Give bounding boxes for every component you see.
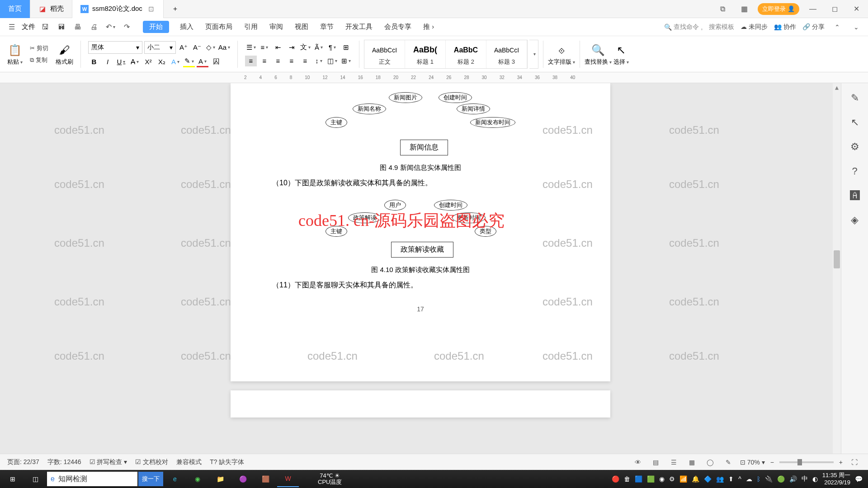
paragraph-marks-button[interactable]: ⊞	[340, 42, 352, 53]
tray-icon[interactable]: 🔷	[704, 475, 712, 483]
cut-button[interactable]: ✂ 剪切	[30, 43, 48, 54]
ime-icon[interactable]: 中	[802, 475, 808, 483]
maximize-button[interactable]: ◻	[826, 1, 843, 17]
style-heading3[interactable]: AaBbCcI标题 3	[486, 40, 527, 68]
app-ie[interactable]: e	[164, 471, 186, 487]
taskbar-clock[interactable]: 11:35 周一 2022/9/19	[822, 472, 850, 486]
menu-icon[interactable]: ☰	[5, 21, 18, 33]
style-gallery[interactable]: AaBbCcI正文 AaBb(标题 1 AaBbC标题 2 AaBbCcI标题 …	[364, 40, 528, 69]
login-button[interactable]: 立即登录👤	[758, 3, 799, 15]
distribute-button[interactable]: ≡	[299, 56, 311, 66]
menu-start[interactable]: 开始	[143, 21, 169, 33]
eye-icon[interactable]: 👁	[632, 456, 644, 469]
save-icon[interactable]: 🖫	[39, 21, 52, 33]
cursor-icon[interactable]: ↖	[851, 117, 859, 128]
format-brush-button[interactable]: 🖌格式刷	[56, 42, 73, 66]
doc-proof[interactable]: ☑ 文档校对	[135, 458, 168, 466]
tray-icon[interactable]: 🟢	[777, 475, 785, 483]
text-effect-button[interactable]: A	[170, 56, 181, 67]
asian-layout-button[interactable]: 文	[299, 42, 311, 53]
menu-member[interactable]: 会员专享	[383, 21, 412, 33]
menu-insert[interactable]: 插入	[179, 21, 194, 33]
menu-layout[interactable]: 页面布局	[204, 21, 233, 33]
wifi-icon[interactable]: 📶	[679, 475, 687, 483]
font-color-button[interactable]: A	[197, 56, 208, 67]
align-center-button[interactable]: ≡	[259, 56, 270, 66]
pen-icon[interactable]: ✎	[851, 92, 859, 104]
align-left-button[interactable]: ≡	[245, 56, 257, 66]
tray-icon[interactable]: ⬆	[728, 475, 734, 483]
style-heading2[interactable]: AaBbC标题 2	[446, 40, 486, 68]
layout-icon[interactable]: ⧉	[714, 1, 731, 17]
paste-button[interactable]: 📋粘贴	[7, 42, 23, 66]
select-button[interactable]: ↖选择	[613, 42, 629, 66]
bullets-button[interactable]: ☰	[245, 42, 257, 53]
grid-icon[interactable]: ▦	[736, 1, 752, 17]
taskbar-search[interactable]: e知网检测	[47, 472, 137, 486]
read-view-icon[interactable]: ▤	[650, 456, 662, 469]
zoom-slider[interactable]	[779, 461, 834, 463]
tray-icon[interactable]: 🟦	[635, 475, 642, 483]
scroll-thumb[interactable]	[834, 250, 840, 268]
zoom-level[interactable]: ⊡ 70% ▾	[740, 459, 765, 466]
superscript-button[interactable]: X²	[142, 56, 154, 67]
chevron-down-icon[interactable]: ⌄	[850, 21, 863, 33]
app-edge[interactable]: ◉	[187, 471, 208, 487]
tray-icon[interactable]: 🟩	[647, 475, 655, 483]
compat-mode[interactable]: 兼容模式	[176, 458, 202, 466]
tab-pin-icon[interactable]: ⊡	[148, 5, 155, 13]
minimize-button[interactable]: —	[805, 1, 821, 17]
tray-icon[interactable]: 🗑	[624, 475, 630, 483]
page-indicator[interactable]: 页面: 22/37	[7, 458, 39, 466]
cpu-temp[interactable]: 74℃ ☀CPU温度	[318, 473, 342, 486]
saveas-icon[interactable]: 🖬	[55, 21, 68, 33]
share-button[interactable]: 🔗 分享	[802, 23, 825, 31]
web-view-icon[interactable]: ▦	[686, 456, 698, 469]
zoom-out-button[interactable]: −	[770, 459, 774, 466]
menu-view[interactable]: 视图	[294, 21, 309, 33]
command-search[interactable]: 🔍 查找命令,	[664, 23, 703, 31]
onedrive-icon[interactable]: ☁	[746, 475, 752, 483]
style-normal[interactable]: AaBbCcI正文	[364, 40, 405, 68]
sort-button[interactable]: Ã	[313, 42, 325, 53]
translate-icon[interactable]: 🅰	[850, 190, 860, 202]
tray-icon[interactable]: ◉	[659, 475, 665, 483]
vertical-scrollbar[interactable]: ▴ ▾	[833, 83, 841, 466]
start-button[interactable]: ⊞	[2, 471, 24, 487]
undo-icon[interactable]: ↶	[104, 21, 117, 33]
app-unknown2[interactable]: 🟫	[255, 471, 276, 487]
align-right-button[interactable]: ≡	[272, 56, 284, 66]
menu-chapter[interactable]: 章节	[319, 21, 335, 33]
location-icon[interactable]: ◈	[851, 214, 859, 226]
settings-slider-icon[interactable]: ⚙	[850, 141, 859, 153]
style-more-button[interactable]	[529, 40, 538, 69]
spell-check[interactable]: ☑ 拼写检查 ▾	[90, 458, 127, 466]
find-replace-button[interactable]: 🔍查找替换	[585, 42, 612, 66]
file-menu[interactable]: 文件	[22, 23, 35, 31]
scroll-up-icon[interactable]: ▴	[833, 83, 841, 91]
numbering-button[interactable]: ≡	[259, 42, 270, 53]
tray-icon[interactable]: 👥	[716, 475, 724, 483]
bluetooth-icon[interactable]: ᛒ	[757, 475, 760, 483]
strike-button[interactable]: A̶	[129, 56, 141, 67]
font-name-select[interactable]: 黑体▾	[88, 41, 142, 54]
tab-document[interactable]: W ssm820论文.doc ⊡	[72, 0, 164, 18]
highlight-button[interactable]: ✎	[183, 56, 195, 67]
font-size-select[interactable]: 小二▾	[144, 41, 176, 54]
shading-button[interactable]: ◫	[326, 56, 338, 66]
chevron-up-icon[interactable]: ⌃	[831, 21, 844, 33]
tray-icon[interactable]: 🔴	[612, 475, 619, 483]
style-heading1[interactable]: AaBb(标题 1	[405, 40, 446, 68]
copy-button[interactable]: ⧉ 复制	[30, 55, 47, 66]
show-marks-button[interactable]: ¶	[326, 42, 338, 53]
collab-button[interactable]: 👥 协作	[774, 23, 796, 31]
decrease-indent-button[interactable]: ⇤	[272, 42, 284, 53]
borders-button[interactable]: ⊞	[340, 56, 352, 66]
clear-format-icon[interactable]: ◇	[205, 42, 217, 53]
print-icon[interactable]: 🖶	[71, 21, 84, 33]
menu-ref[interactable]: 引用	[243, 21, 259, 33]
increase-indent-button[interactable]: ⇥	[286, 42, 297, 53]
bold-button[interactable]: B	[88, 56, 100, 67]
line-spacing-button[interactable]: ↕	[313, 56, 325, 66]
tab-home[interactable]: 首页	[0, 0, 30, 18]
